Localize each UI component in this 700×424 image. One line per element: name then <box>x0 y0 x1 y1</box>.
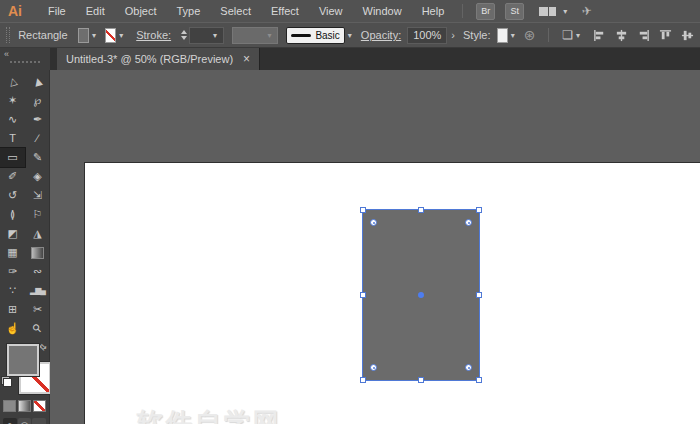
selection-tool[interactable]: ▷ <box>0 72 25 91</box>
chevron-down-icon[interactable]: ▾ <box>563 7 567 16</box>
document-tab[interactable]: Untitled-3* @ 50% (RGB/Preview) × <box>57 48 260 70</box>
recolor-artwork-icon[interactable]: ⊛ <box>524 27 536 43</box>
toolbar-grip[interactable] <box>10 61 40 63</box>
app-button-st[interactable]: St <box>505 3 524 20</box>
draw-behind-icon[interactable]: ◎ <box>18 418 32 424</box>
shape-builder-tool[interactable]: ◩ <box>0 224 25 243</box>
symbol-sprayer-tool[interactable]: ∵ <box>0 281 25 300</box>
direct-selection-tool[interactable]: ▶ <box>25 72 50 91</box>
center-point[interactable] <box>418 292 424 298</box>
gradient-button[interactable] <box>18 400 31 412</box>
fill-indicator[interactable] <box>7 344 39 376</box>
stroke-weight-stepper[interactable] <box>181 30 187 40</box>
pen-tool[interactable]: ✒ <box>25 110 50 129</box>
stroke-weight-label[interactable]: Stroke: <box>136 29 171 41</box>
drawing-mode-buttons: ● ◎ ◒ <box>0 414 49 424</box>
hand-tool[interactable]: ☝ <box>0 319 25 338</box>
rectangle-tool[interactable]: ▭ <box>0 148 25 167</box>
paint-style-buttons <box>0 398 49 414</box>
stroke-color-swatch[interactable] <box>105 28 116 43</box>
color-button[interactable] <box>3 400 16 412</box>
gradient-tool[interactable]: ▥ <box>25 243 50 262</box>
corner-radius-widget[interactable] <box>370 219 377 226</box>
default-fill-stroke-icon[interactable] <box>1 376 12 387</box>
app-logo-icon: Ai <box>8 3 22 19</box>
eyedropper-tool[interactable]: ✑ <box>0 262 25 281</box>
style-chevron-icon[interactable]: ▾ <box>511 31 515 40</box>
align-right-icon[interactable] <box>637 29 650 42</box>
stroke-weight-chevron-icon: ▾ <box>213 31 217 40</box>
watermark-line1: 软件自学网 <box>135 407 283 424</box>
align-left-icon[interactable] <box>593 29 606 42</box>
draw-inside-icon[interactable]: ◒ <box>32 418 46 424</box>
brush-definition-field[interactable]: Basic <box>286 27 344 44</box>
corner-radius-widget[interactable] <box>465 364 472 371</box>
slice-tool[interactable]: ✂ <box>25 300 50 319</box>
canvas-area[interactable]: 软件自学网 WWW.RJZXW.COM <box>50 70 700 424</box>
column-graph-tool[interactable]: ▂▆▄ <box>25 281 50 300</box>
app-button-br[interactable]: Br <box>476 3 495 20</box>
selection-handle[interactable] <box>360 207 366 213</box>
brush-chevron-icon[interactable]: ▾ <box>348 31 352 40</box>
magic-wand-tool[interactable]: ✶ <box>0 91 25 110</box>
type-tool[interactable]: T <box>0 129 25 148</box>
fill-chevron-icon[interactable]: ▾ <box>92 31 96 40</box>
selected-rectangle[interactable] <box>362 209 480 381</box>
selection-handle[interactable] <box>418 377 424 383</box>
tool-grid: ▷ ▶ ✶ ℘ ∿ ✒ T ∕ ▭ ✎ <box>0 70 49 338</box>
menu-item-window[interactable]: Window <box>353 5 412 17</box>
opacity-input[interactable]: 100% <box>407 27 447 44</box>
style-swatch[interactable] <box>497 28 508 43</box>
mesh-tool[interactable]: ▦ <box>0 243 25 262</box>
selection-handle[interactable] <box>476 292 482 298</box>
line-segment-tool[interactable]: ∕ <box>25 129 50 148</box>
menu-item-help[interactable]: Help <box>412 5 455 17</box>
menu-item-type[interactable]: Type <box>167 5 211 17</box>
selection-handle[interactable] <box>476 377 482 383</box>
share-icon[interactable]: ✈ <box>581 3 593 18</box>
menu-item-object[interactable]: Object <box>115 5 167 17</box>
scale-tool[interactable]: ⇲ <box>25 186 50 205</box>
curvature-tool[interactable]: ∿ <box>0 110 25 129</box>
close-tab-icon[interactable]: × <box>243 52 250 66</box>
perspective-grid-tool[interactable]: ◮ <box>25 224 50 243</box>
menu-item-effect[interactable]: Effect <box>261 5 309 17</box>
document-setup-icon[interactable]: ❏ <box>562 28 573 42</box>
document-tab-bar: Untitled-3* @ 50% (RGB/Preview) × <box>50 48 700 70</box>
menu-item-edit[interactable]: Edit <box>76 5 115 17</box>
document-setup-chevron-icon[interactable]: ▾ <box>576 31 580 40</box>
selection-handle[interactable] <box>360 292 366 298</box>
blend-tool[interactable]: ∾ <box>25 262 50 281</box>
opacity-label[interactable]: Opacity: <box>361 29 401 41</box>
fill-color-swatch[interactable] <box>78 28 89 43</box>
menu-item-file[interactable]: File <box>38 5 76 17</box>
eraser-tool[interactable]: ◈ <box>25 167 50 186</box>
collapse-panel-icon[interactable]: « <box>4 49 9 59</box>
align-vertical-center-icon[interactable] <box>681 29 694 42</box>
puppet-warp-tool[interactable]: ⚐ <box>25 205 50 224</box>
width-tool[interactable]: ≬ <box>0 205 25 224</box>
artboard-tool[interactable]: ⊞ <box>0 300 25 319</box>
lasso-tool[interactable]: ℘ <box>25 91 50 110</box>
control-bar: Rectangle ▾ ▾ Stroke: ▾ ▾ Basic ▾ Opacit… <box>0 22 700 48</box>
corner-radius-widget[interactable] <box>370 364 377 371</box>
paintbrush-tool[interactable]: ✎ <box>25 148 50 167</box>
shaper-tool[interactable]: ✐ <box>0 167 25 186</box>
stroke-weight-dropdown[interactable]: ▾ <box>189 27 224 44</box>
none-button[interactable] <box>33 400 46 412</box>
selection-handle[interactable] <box>418 207 424 213</box>
selection-handle[interactable] <box>476 207 482 213</box>
menu-item-select[interactable]: Select <box>210 5 261 17</box>
rotate-tool[interactable]: ↺ <box>0 186 25 205</box>
draw-normal-icon[interactable]: ● <box>3 418 17 424</box>
panel-grip[interactable] <box>6 27 10 43</box>
opacity-expand-icon[interactable]: › <box>447 29 459 41</box>
stroke-chevron-icon[interactable]: ▾ <box>119 31 123 40</box>
align-horizontal-center-icon[interactable] <box>615 29 628 42</box>
zoom-tool[interactable]: ⚲ <box>25 319 50 338</box>
menu-item-view[interactable]: View <box>309 5 353 17</box>
workspace-switcher-icon[interactable] <box>539 7 556 16</box>
corner-radius-widget[interactable] <box>465 219 472 226</box>
align-top-icon[interactable] <box>659 29 672 42</box>
selection-handle[interactable] <box>360 377 366 383</box>
